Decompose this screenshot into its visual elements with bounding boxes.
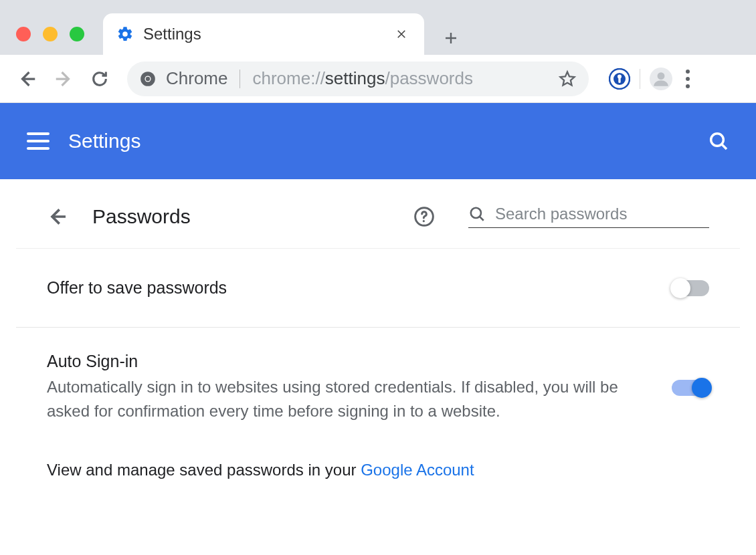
search-settings-button[interactable] (708, 130, 729, 152)
address-bar[interactable]: Chrome chrome://settings/passwords (127, 62, 589, 96)
close-window-button[interactable] (16, 27, 31, 41)
offer-save-label: Offer to save passwords (47, 278, 672, 298)
window-controls (16, 27, 84, 41)
settings-content: Passwords Offer to save passwords Auto S… (0, 179, 756, 555)
url-path: settings (325, 68, 385, 88)
gear-icon (116, 25, 134, 43)
auto-signin-toggle[interactable] (672, 380, 709, 396)
offer-save-toggle[interactable] (672, 280, 709, 296)
svg-rect-6 (618, 78, 620, 83)
url-scheme-label: Chrome (166, 68, 227, 89)
maximize-window-button[interactable] (70, 27, 84, 41)
google-account-row: View and manage saved passwords in your … (16, 442, 740, 506)
svg-point-8 (711, 134, 724, 146)
app-title: Settings (68, 130, 140, 152)
new-tab-button[interactable] (431, 21, 471, 55)
passwords-card: Passwords Offer to save passwords Auto S… (16, 179, 740, 555)
svg-point-2 (146, 76, 151, 81)
browser-tab-settings[interactable]: Settings (103, 13, 424, 55)
auto-signin-description: Automatically sign in to websites using … (47, 375, 649, 423)
close-tab-button[interactable] (392, 25, 411, 43)
profile-avatar[interactable] (650, 68, 672, 90)
window-titlebar: Settings (0, 0, 756, 55)
onepassword-extension-icon[interactable] (609, 68, 630, 90)
chrome-icon (139, 70, 157, 88)
svg-point-10 (423, 220, 425, 222)
account-line-prefix: View and manage saved passwords in your (47, 461, 361, 479)
menu-button[interactable] (27, 132, 50, 150)
extensions-area (609, 66, 694, 92)
search-passwords-input[interactable] (495, 205, 709, 223)
search-icon (468, 205, 486, 223)
page-header: Passwords (16, 179, 740, 248)
help-icon[interactable] (413, 206, 435, 227)
google-account-link[interactable]: Google Account (361, 461, 474, 479)
auto-signin-label: Auto Sign-in (47, 352, 672, 371)
page-title: Passwords (92, 205, 191, 228)
tab-strip: Settings (103, 13, 471, 55)
browser-toolbar: Chrome chrome://settings/passwords (0, 55, 756, 103)
nav-back-button[interactable] (13, 65, 41, 93)
offer-save-passwords-row: Offer to save passwords (16, 248, 740, 328)
reload-button[interactable] (86, 65, 114, 93)
page-back-button[interactable] (47, 206, 68, 227)
tab-title: Settings (143, 25, 392, 43)
url-prefix: chrome:// (252, 68, 324, 88)
minimize-window-button[interactable] (43, 27, 58, 41)
search-passwords-field[interactable] (468, 205, 709, 228)
url-text: chrome://settings/passwords (252, 68, 472, 89)
settings-app-header: Settings (0, 103, 756, 179)
divider (640, 69, 640, 89)
divider (240, 70, 240, 88)
browser-menu-button[interactable] (682, 66, 694, 92)
svg-point-7 (658, 72, 665, 80)
svg-point-11 (471, 208, 481, 218)
auto-signin-row: Auto Sign-in Automatically sign in to we… (16, 328, 740, 442)
url-suffix: /passwords (385, 68, 473, 88)
bookmark-star-icon[interactable] (558, 70, 577, 88)
nav-forward-button[interactable] (50, 65, 78, 93)
